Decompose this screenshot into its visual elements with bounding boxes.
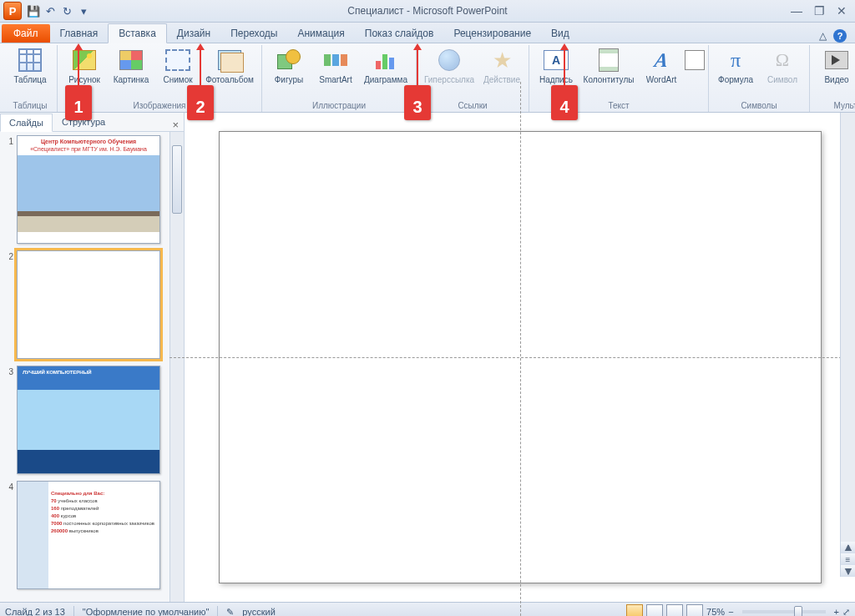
- photoalbum-button[interactable]: Фотоальбом: [203, 45, 256, 84]
- picture-icon: [73, 50, 96, 70]
- tab-slideshow[interactable]: Показ слайдов: [355, 24, 444, 43]
- callout-3: 3: [404, 85, 431, 120]
- headerfooter-button[interactable]: Колонтитулы: [581, 45, 636, 84]
- ribbon-collapse-icon[interactable]: △: [819, 30, 827, 42]
- slide-nav-button[interactable]: ≡: [841, 553, 855, 565]
- thumbnails: 1 Центр Компьютерного Обучения «Специали…: [0, 132, 184, 602]
- slide-canvas[interactable]: [219, 131, 822, 583]
- app-button[interactable]: P: [3, 2, 22, 20]
- zoom-slider[interactable]: [742, 610, 826, 613]
- screenshot-icon: [165, 49, 190, 71]
- slide-canvas-area: ⯅ ≡ ⯆: [185, 113, 855, 602]
- group-tables: Таблица Таблицы: [3, 45, 58, 112]
- language-indicator[interactable]: русский: [242, 607, 275, 616]
- tab-insert[interactable]: Вставка: [108, 23, 167, 43]
- video-button[interactable]: Видео: [815, 45, 855, 84]
- normal-view-button[interactable]: [626, 604, 643, 616]
- smartart-button[interactable]: SmartArt: [314, 45, 357, 84]
- zoom-slider-handle[interactable]: [794, 606, 802, 616]
- slide-thumb-3[interactable]: 3 ЛУЧШИЙ КОМПЬЮТЕРНЫЙ: [3, 366, 184, 474]
- panel-close-icon[interactable]: ×: [167, 119, 184, 131]
- slide-number: 3: [3, 366, 13, 474]
- group-illustrations: Фигуры SmartArt Диаграмма Иллюстрации: [262, 45, 417, 112]
- slide-number: 4: [3, 481, 13, 589]
- callout-2: 2: [187, 85, 214, 120]
- maximize-button[interactable]: ❐: [814, 4, 825, 18]
- shapes-button[interactable]: Фигуры: [267, 45, 311, 84]
- group-symbols: π Формула Ω Символ Символы: [709, 45, 810, 112]
- datetime-button[interactable]: [686, 45, 703, 75]
- tab-home[interactable]: Главная: [50, 24, 109, 43]
- symbol-button[interactable]: Ω Символ: [761, 45, 804, 84]
- equation-button[interactable]: π Формула: [714, 45, 757, 84]
- next-slide-button[interactable]: ⯆: [841, 565, 855, 577]
- equation-icon: π: [731, 49, 741, 72]
- thumb-text: «Специалист» при МГТУ им. Н.Э. Баумана: [18, 146, 159, 152]
- thumbnails-scrollbar[interactable]: [169, 132, 184, 602]
- group-links: Гиперссылка ★ Действие Ссылки: [417, 45, 529, 112]
- vertical-scrollbar[interactable]: ⯅ ≡ ⯆: [840, 113, 855, 577]
- symbol-icon: Ω: [776, 49, 789, 71]
- wordart-button[interactable]: A WordArt: [640, 45, 683, 84]
- zoom-in-button[interactable]: +: [834, 607, 839, 616]
- workspace: Слайды Структура × 1 Центр Компьютерного…: [0, 113, 855, 602]
- callout-1: 1: [65, 85, 92, 120]
- fit-to-window-button[interactable]: ⤢: [842, 607, 850, 617]
- slide-counter: Слайд 2 из 13: [5, 607, 65, 616]
- tab-design[interactable]: Дизайн: [167, 24, 220, 43]
- reading-view-button[interactable]: [666, 604, 683, 616]
- save-icon[interactable]: 💾: [26, 3, 41, 18]
- sorter-view-button[interactable]: [646, 604, 663, 616]
- screenshot-button[interactable]: Снимок: [156, 45, 200, 84]
- group-label: Изображения: [134, 101, 186, 112]
- chart-button[interactable]: Диаграмма: [361, 45, 411, 84]
- scrollbar-thumb[interactable]: [172, 145, 182, 214]
- callout-4: 4: [551, 85, 578, 120]
- clipart-button[interactable]: Картинка: [109, 45, 153, 84]
- window-buttons: — ❐ ✕: [791, 4, 855, 18]
- theme-name: "Оформление по умолчанию": [83, 607, 210, 616]
- undo-icon[interactable]: ↶: [43, 3, 58, 18]
- textbox-button[interactable]: A Надпись: [534, 45, 578, 84]
- thumb-text: Центр Компьютерного Обучения: [18, 139, 159, 144]
- tab-transitions[interactable]: Переходы: [220, 24, 287, 43]
- slideshow-view-button[interactable]: [686, 604, 703, 616]
- spellcheck-icon[interactable]: ✎: [226, 607, 234, 617]
- qat-dropdown-icon[interactable]: ▾: [76, 3, 91, 18]
- group-label: Текст: [608, 101, 629, 112]
- action-button[interactable]: ★ Действие: [480, 45, 524, 84]
- guide-horizontal: [169, 357, 856, 358]
- help-icon[interactable]: ?: [833, 29, 847, 43]
- slide-number: 2: [3, 250, 13, 359]
- picture-button[interactable]: Рисунок: [63, 45, 106, 84]
- thumb-text: ЛУЧШИЙ КОМПЬЮТЕРНЫЙ: [23, 370, 154, 375]
- hyperlink-button[interactable]: Гиперссылка: [422, 45, 477, 84]
- photoalbum-icon: [218, 50, 241, 70]
- shapes-icon: [277, 49, 301, 71]
- group-label: Мультимедиа: [834, 101, 855, 112]
- tab-view[interactable]: Вид: [541, 24, 579, 43]
- tab-slides-panel[interactable]: Слайды: [0, 114, 53, 132]
- slide-thumb-4[interactable]: 4 Специально для Вас: 70 учебных классов…: [3, 481, 184, 589]
- table-button[interactable]: Таблица: [8, 45, 52, 84]
- tab-file[interactable]: Файл: [2, 24, 50, 43]
- thumb-text: Специально для Вас: 70 учебных классов 1…: [51, 490, 154, 535]
- clipart-icon: [119, 50, 143, 70]
- window-title: Специалист - Microsoft PowerPoint: [0, 5, 855, 17]
- tab-review[interactable]: Рецензирование: [443, 24, 541, 43]
- hyperlink-icon: [438, 49, 460, 71]
- slide-thumb-1[interactable]: 1 Центр Компьютерного Обучения «Специали…: [3, 135, 184, 244]
- slide-thumb-2[interactable]: 2: [3, 250, 184, 359]
- close-button[interactable]: ✕: [837, 4, 847, 18]
- group-label: Иллюстрации: [312, 101, 366, 112]
- status-bar: Слайд 2 из 13 "Оформление по умолчанию" …: [0, 602, 855, 616]
- zoom-level[interactable]: 75%: [706, 607, 725, 616]
- tab-animation[interactable]: Анимация: [287, 24, 354, 43]
- prev-slide-button[interactable]: ⯅: [841, 542, 855, 553]
- headerfooter-icon: [599, 48, 619, 72]
- redo-icon[interactable]: ↻: [59, 3, 74, 18]
- datetime-icon: [685, 50, 705, 70]
- ribbon-tabs: Файл Главная Вставка Дизайн Переходы Ани…: [0, 23, 855, 43]
- minimize-button[interactable]: —: [791, 4, 802, 18]
- zoom-out-button[interactable]: −: [728, 607, 733, 616]
